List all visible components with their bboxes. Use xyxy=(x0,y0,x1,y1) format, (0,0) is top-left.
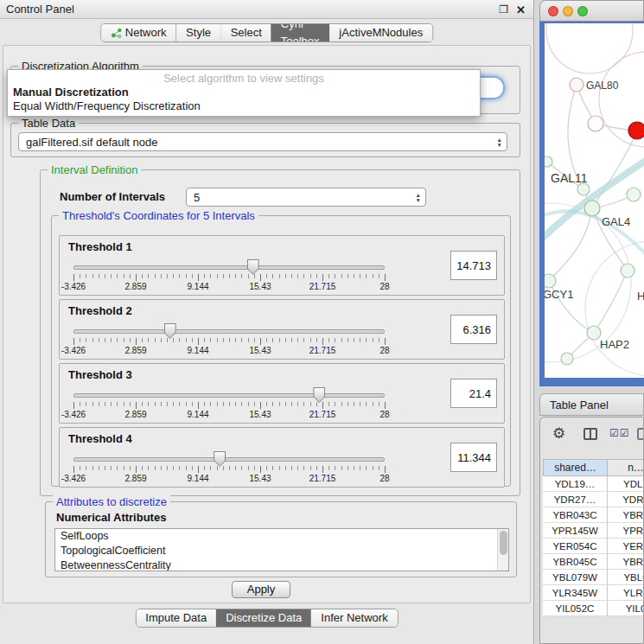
list-item[interactable]: BetweennessCentrality xyxy=(55,558,508,571)
table-data-combobox[interactable]: galFiltered.sif default node ▲▼ xyxy=(18,132,507,151)
slider-track[interactable] xyxy=(73,329,385,334)
slider-thumb[interactable] xyxy=(313,387,325,403)
threshold-4-value-field[interactable] xyxy=(450,443,497,472)
table-cell[interactable]: YER054C xyxy=(543,539,608,554)
table-row[interactable]: YBR045C YBR0 xyxy=(543,554,644,570)
slider-thumb[interactable] xyxy=(214,451,226,467)
tick-label: 15.43 xyxy=(249,410,271,419)
node-label: GCY1 xyxy=(545,288,573,301)
tick-label: 21.715 xyxy=(309,346,336,355)
tab-label: Infer Network xyxy=(321,609,387,627)
network-node[interactable] xyxy=(627,188,641,201)
threshold-2-value-field[interactable] xyxy=(450,315,497,344)
table-row[interactable]: YER054C YER0 xyxy=(543,539,644,554)
network-node[interactable] xyxy=(621,264,634,277)
bottom-tab-bar: Impute Data Discretize Data Infer Networ… xyxy=(135,609,398,628)
table-cell[interactable]: YER0 xyxy=(608,539,644,554)
threshold-3-value-field[interactable] xyxy=(450,379,497,408)
table-cell[interactable]: YBR045C xyxy=(543,554,608,570)
tick-label: 28 xyxy=(379,410,389,419)
network-node[interactable] xyxy=(584,201,600,216)
table-cell[interactable]: YPR145W xyxy=(543,523,608,539)
dropdown-option-manual[interactable]: Manual Discretization xyxy=(8,86,480,99)
selected-red-node[interactable] xyxy=(628,122,644,139)
tab-cyni-toolbox[interactable]: Cyni Toolbox xyxy=(271,24,330,41)
minimize-traffic-light[interactable] xyxy=(563,6,573,16)
tab-discretize-data[interactable]: Discretize Data xyxy=(216,609,311,627)
network-node[interactable] xyxy=(588,116,603,131)
threshold-1-slider[interactable]: -3.426 2.859 9.144 15.43 21.715 28 xyxy=(73,262,385,293)
slider-thumb[interactable] xyxy=(247,259,259,275)
threshold-4-slider[interactable]: -3.426 2.859 9.144 15.43 21.715 28 xyxy=(73,454,385,485)
threshold-label: Threshold 2 xyxy=(68,304,132,317)
gear-icon[interactable]: ⚙ xyxy=(552,424,565,443)
table-cell[interactable]: YIL0 xyxy=(608,601,644,616)
scrollbar[interactable] xyxy=(497,529,508,571)
network-canvas[interactable]: GAL80 GAL11 GAL4 GCY1 HAP2 H xyxy=(545,23,644,378)
slider-track[interactable] xyxy=(73,265,385,270)
tab-impute-data[interactable]: Impute Data xyxy=(136,609,216,627)
threshold-3-slider[interactable]: -3.426 2.859 9.144 15.43 21.715 28 xyxy=(73,390,385,421)
table-panel-header[interactable]: Table Panel xyxy=(539,393,644,416)
column-header-name[interactable]: n… xyxy=(608,459,644,476)
table-cell[interactable]: YDL19… xyxy=(543,476,608,492)
threshold-2-slider[interactable]: -3.426 2.859 9.144 15.43 21.715 28 xyxy=(73,326,385,357)
network-node[interactable] xyxy=(561,353,573,365)
table-cell[interactable]: YIL052C xyxy=(543,601,608,616)
tick-label: -3.426 xyxy=(61,282,86,291)
apply-button[interactable]: Apply xyxy=(232,581,290,598)
tick-label: 28 xyxy=(379,282,389,291)
tab-network[interactable]: Network xyxy=(101,24,176,41)
slider-track[interactable] xyxy=(73,457,385,462)
close-icon[interactable]: ✕ xyxy=(516,3,526,16)
slider-track[interactable] xyxy=(73,393,385,398)
tab-label: Select xyxy=(231,24,262,41)
float-window-icon[interactable]: ❐ xyxy=(499,3,508,16)
dropdown-placeholder-item[interactable]: Select algorithm to view settings xyxy=(8,72,480,86)
table-cell[interactable]: YDR27… xyxy=(543,492,608,507)
table-row[interactable]: YBL079W YBL0 xyxy=(543,570,644,585)
column-header-shared-name[interactable]: shared… xyxy=(543,459,608,476)
dropdown-option-equal-width[interactable]: Equal Width/Frequency Discretization xyxy=(8,99,480,113)
table-cell[interactable]: YLR3 xyxy=(608,585,644,601)
interval-definition-group: Interval Definition Number of Intervals … xyxy=(40,169,520,496)
network-node[interactable] xyxy=(545,156,552,167)
threshold-1-value-field[interactable] xyxy=(450,251,497,280)
table-cell[interactable]: YBR0 xyxy=(608,507,644,523)
scrollbar-thumb[interactable] xyxy=(500,531,507,555)
columns-icon[interactable] xyxy=(583,428,597,440)
table-cell[interactable]: YPR1 xyxy=(608,523,644,539)
table-cell[interactable]: YBR043C xyxy=(543,507,608,523)
zoom-traffic-light[interactable] xyxy=(577,6,588,16)
table-row[interactable]: YBR043C YBR0 xyxy=(543,507,644,523)
number-of-intervals-combobox[interactable]: 5 ▲▼ xyxy=(186,188,426,207)
tab-style[interactable]: Style xyxy=(176,24,220,41)
network-node[interactable] xyxy=(577,183,590,195)
tab-infer-network[interactable]: Infer Network xyxy=(311,609,397,627)
select-columns-icon[interactable]: ☑☑ xyxy=(609,427,630,439)
close-traffic-light[interactable] xyxy=(548,6,558,16)
table-row[interactable]: YIL052C YIL0 xyxy=(543,601,644,616)
slider-thumb[interactable] xyxy=(164,323,176,339)
table-row[interactable]: YDR27… YDR2 xyxy=(543,492,644,507)
table-cell[interactable]: YDL1 xyxy=(608,476,644,492)
tick-label: 28 xyxy=(379,474,389,483)
tab-jactivemodules[interactable]: jActiveMNodules xyxy=(329,24,432,41)
table-cell[interactable]: YBL0 xyxy=(608,570,644,585)
table-cell[interactable]: YBL079W xyxy=(543,570,608,585)
network-node[interactable] xyxy=(587,326,601,340)
list-item[interactable]: TopologicalCoefficient xyxy=(55,544,508,558)
table-row[interactable]: YPR145W YPR1 xyxy=(543,523,644,539)
network-node[interactable] xyxy=(545,274,556,288)
tab-select[interactable]: Select xyxy=(221,24,271,41)
table-row[interactable]: YLR345W YLR3 xyxy=(543,585,644,601)
node-label: GAL80 xyxy=(586,80,619,92)
table-row[interactable]: YDL19… YDL1 xyxy=(543,476,644,492)
table-cell[interactable]: YBR0 xyxy=(608,554,644,570)
network-node[interactable] xyxy=(570,78,583,92)
table-cell[interactable]: YLR345W xyxy=(543,585,608,601)
node-label: GAL11 xyxy=(551,171,588,185)
table-cell[interactable]: YDR2 xyxy=(608,492,644,507)
list-item[interactable]: SelfLoops xyxy=(55,529,508,544)
partial-toolbar-icon[interactable] xyxy=(637,428,644,440)
